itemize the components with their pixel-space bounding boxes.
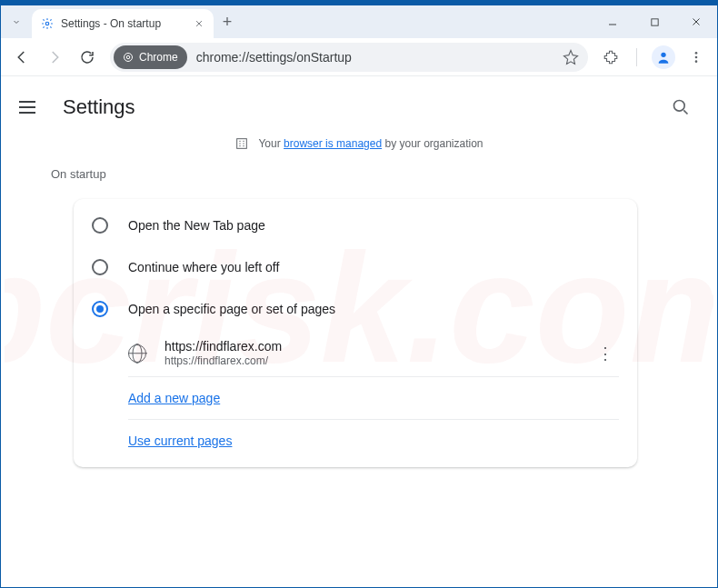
menu-hamburger-icon[interactable]	[19, 96, 41, 118]
minimize-button[interactable]	[592, 5, 633, 38]
profile-avatar[interactable]	[652, 45, 675, 69]
managed-suffix: by your organization	[382, 137, 483, 150]
startup-page-full-url: https://findflarex.com/	[165, 354, 592, 367]
settings-page: Settings Your browser is managed by your…	[1, 82, 717, 587]
startup-page-row: https://findflarex.com https://findflare…	[74, 330, 637, 376]
address-bar-url: chrome://settings/onStartup	[196, 50, 352, 65]
tab-search-chevron[interactable]	[1, 5, 32, 38]
chrome-icon	[123, 52, 134, 63]
option-new-tab[interactable]: Open the New Tab page	[74, 204, 637, 246]
settings-search-button[interactable]	[663, 89, 699, 125]
page-title: Settings	[63, 95, 135, 119]
browser-window: Settings - On startup +	[0, 0, 718, 588]
reload-button[interactable]	[72, 42, 103, 73]
extensions-button[interactable]	[595, 42, 626, 73]
globe-icon	[128, 344, 146, 363]
option-specific-pages[interactable]: Open a specific page or set of pages	[74, 288, 637, 330]
svg-point-6	[695, 52, 698, 55]
browser-tab[interactable]: Settings - On startup	[32, 9, 214, 38]
option-label: Open a specific page or set of pages	[128, 302, 335, 316]
managed-banner: Your browser is managed by your organiza…	[1, 133, 717, 167]
use-current-row: Use current pages	[74, 420, 637, 462]
managed-link[interactable]: browser is managed	[284, 137, 382, 150]
chrome-chip: Chrome	[114, 45, 187, 69]
chrome-chip-label: Chrome	[139, 51, 178, 64]
bookmark-star-icon[interactable]	[563, 49, 579, 65]
option-continue[interactable]: Continue where you left off	[74, 246, 637, 288]
svg-point-0	[45, 22, 49, 25]
tab-title: Settings - On startup	[61, 17, 192, 30]
radio-icon	[92, 259, 108, 275]
toolbar-divider	[628, 42, 646, 73]
back-button[interactable]	[6, 42, 37, 73]
managed-prefix: Your	[258, 137, 284, 150]
close-window-button[interactable]	[675, 5, 717, 38]
startup-page-more-button[interactable]: ⋮	[592, 340, 619, 367]
svg-point-3	[126, 55, 130, 59]
add-page-link[interactable]: Add a new page	[128, 391, 220, 405]
svg-point-7	[695, 55, 698, 58]
radio-icon	[92, 217, 108, 234]
maximize-button[interactable]	[633, 5, 675, 38]
address-bar[interactable]: Chrome chrome://settings/onStartup	[110, 43, 588, 72]
settings-content: On startup Open the New Tab page Continu…	[1, 167, 619, 467]
svg-point-5	[661, 52, 665, 56]
building-icon	[234, 136, 249, 151]
browser-toolbar: Chrome chrome://settings/onStartup	[1, 38, 717, 76]
svg-rect-1	[651, 18, 657, 25]
option-label: Open the New Tab page	[128, 218, 265, 233]
section-title: On startup	[1, 167, 619, 190]
startup-page-display: https://findflarex.com	[165, 339, 592, 354]
window-controls	[592, 5, 717, 38]
radio-icon	[92, 301, 108, 317]
use-current-pages-link[interactable]: Use current pages	[128, 434, 232, 448]
tab-close-button[interactable]	[192, 16, 206, 31]
new-tab-button[interactable]: +	[214, 5, 241, 38]
svg-rect-4	[636, 48, 637, 66]
forward-button[interactable]	[39, 42, 70, 73]
add-page-row: Add a new page	[74, 377, 637, 419]
settings-header: Settings	[1, 82, 717, 133]
startup-card: Open the New Tab page Continue where you…	[74, 199, 637, 467]
title-bar: Settings - On startup +	[1, 5, 717, 38]
svg-rect-10	[237, 139, 247, 149]
svg-point-2	[125, 53, 133, 61]
tab-favicon-gear-icon	[41, 17, 54, 30]
main-menu-button[interactable]	[681, 42, 712, 73]
option-label: Continue where you left off	[128, 260, 279, 274]
svg-point-8	[695, 60, 698, 63]
svg-point-9	[674, 101, 685, 112]
startup-page-info: https://findflarex.com https://findflare…	[165, 339, 592, 367]
